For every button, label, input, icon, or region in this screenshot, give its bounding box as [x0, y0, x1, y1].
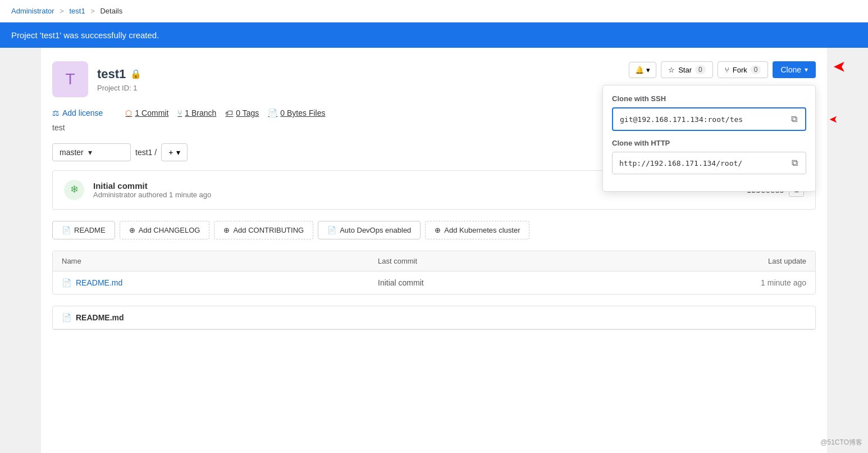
branches-label: 1 Branch [185, 108, 216, 117]
commits-link[interactable]: ⬡ 1 Commit [125, 108, 168, 117]
ssh-title: Clone with SSH [612, 94, 806, 103]
ssh-copy-button[interactable]: ⧉ [790, 113, 798, 125]
add-chevron: ▾ [176, 148, 180, 157]
auto-devops-button[interactable]: 📄 Auto DevOps enabled [318, 221, 421, 239]
breadcrumb-admin[interactable]: Administrator [11, 7, 54, 15]
add-license-link[interactable]: ⚖ Add license [52, 108, 103, 117]
commits-label: 1 Commit [135, 108, 168, 117]
files-label: 0 Bytes Files [280, 108, 325, 117]
file-table-header: Name Last commit Last update [53, 251, 815, 271]
tags-label: 0 Tags [236, 108, 259, 117]
arrow-clone-indicator: ➤ [833, 58, 846, 76]
watermark: @51CTO博客 [820, 438, 862, 447]
http-url-text: http://192.168.171.134/root/ [619, 159, 786, 167]
breadcrumb-sep-2: > [90, 7, 97, 15]
avatar-letter: T [65, 70, 75, 88]
devops-icon: 📄 [327, 226, 336, 234]
clone-wrapper: Clone ▾ ➤ Clone with SSH git@192.168.171… [773, 61, 816, 78]
header-name: Name [62, 257, 378, 265]
breadcrumb-sep-1: > [60, 7, 66, 15]
fork-button[interactable]: ⑂ Fork 0 [718, 61, 769, 78]
commit-author: Administrator authored 1 minute ago [93, 191, 738, 199]
branch-chevron: ▾ [88, 148, 92, 157]
changelog-label: Add CHANGELOG [139, 226, 200, 234]
clone-button[interactable]: Clone ▾ [773, 61, 816, 78]
readme-title: README.md [76, 313, 124, 322]
ssh-url-box: git@192.168.171.134:root/tes ⧉ ➤ [612, 107, 806, 131]
quick-actions: 📄 README ⊕ Add CHANGELOG ⊕ Add CONTRIBUT… [52, 221, 816, 239]
file-time-text: 1 minute ago [694, 278, 806, 287]
branch-icon: ⑂ [177, 108, 182, 117]
svg-text:❄: ❄ [70, 184, 79, 195]
kubernetes-label: Add Kubernetes cluster [444, 226, 520, 234]
tags-link[interactable]: 🏷 0 Tags [225, 108, 259, 117]
path-project: test1 [135, 148, 152, 157]
star-icon: ☆ [668, 66, 675, 74]
path-breadcrumb: test1 / [135, 148, 157, 157]
contributing-label: Add CONTRIBUTING [233, 226, 304, 234]
add-contributing-button[interactable]: ⊕ Add CONTRIBUTING [214, 221, 313, 239]
add-license-label: Add license [62, 108, 103, 117]
fork-icon: ⑂ [725, 66, 729, 74]
fork-count: 0 [751, 65, 761, 74]
notification-chevron: ▾ [646, 66, 650, 74]
breadcrumb: Administrator > test1 > Details [0, 0, 868, 22]
main-content: T test1 🔒 Project ID: 1 🔔 ▾ ☆ Star 0 [41, 48, 827, 453]
files-link[interactable]: 📄 0 Bytes Files [268, 108, 325, 117]
ssh-url-text: git@192.168.171.134:root/tes [620, 115, 785, 124]
clone-label: Clone [780, 65, 801, 74]
path-sep: / [154, 148, 157, 157]
file-icon: 📄 [62, 278, 71, 287]
project-header: T test1 🔒 Project ID: 1 🔔 ▾ ☆ Star 0 [52, 61, 816, 97]
readme-file-icon: 📄 [62, 313, 71, 322]
project-info: test1 🔒 Project ID: 1 [97, 67, 141, 92]
tag-icon: 🏷 [225, 108, 233, 117]
contributing-icon: ⊕ [223, 226, 230, 234]
file-name-link[interactable]: 📄 README.md [62, 278, 378, 287]
project-id: Project ID: 1 [97, 84, 141, 92]
license-icon: ⚖ [52, 108, 60, 117]
commit-avatar: ❄ [64, 180, 84, 200]
readme-header: 📄 README.md [53, 306, 815, 329]
table-row: 📄 README.md Initial commit 1 minute ago [53, 271, 815, 294]
project-avatar: T [52, 61, 88, 97]
add-kubernetes-button[interactable]: ⊕ Add Kubernetes cluster [425, 221, 529, 239]
changelog-icon: ⊕ [129, 226, 135, 234]
project-name-heading: test1 🔒 [97, 67, 141, 81]
add-file-button[interactable]: + ▾ [161, 143, 188, 161]
clone-dropdown: Clone with SSH git@192.168.171.134:root/… [602, 85, 816, 192]
file-table: Name Last commit Last update 📄 README.md… [52, 251, 816, 295]
http-url-box: http://192.168.171.134/root/ ⧉ [612, 152, 806, 174]
success-message: Project 'test1' was successfully created… [11, 30, 159, 40]
readme-section: 📄 README.md [52, 306, 816, 330]
commit-icon: ⬡ [125, 108, 132, 117]
snowflake-avatar: ❄ [64, 180, 84, 200]
devops-label: Auto DevOps enabled [340, 226, 411, 234]
add-changelog-button[interactable]: ⊕ Add CHANGELOG [120, 221, 210, 239]
file-commit-text: Initial commit [378, 278, 694, 287]
star-button[interactable]: ☆ Star 0 [661, 61, 713, 78]
readme-label: README [74, 226, 106, 234]
branch-select[interactable]: master ▾ [52, 143, 131, 161]
star-count: 0 [695, 65, 706, 74]
clone-chevron: ▾ [805, 66, 808, 74]
http-title: Clone with HTTP [612, 139, 806, 147]
project-actions: 🔔 ▾ ☆ Star 0 ⑂ Fork 0 Clone ▾ ➤ [629, 61, 816, 78]
http-copy-button[interactable]: ⧉ [791, 157, 799, 169]
file-icon: 📄 [268, 108, 277, 117]
arrow-ssh-indicator: ➤ [829, 111, 838, 128]
fork-label: Fork [733, 66, 747, 74]
notification-icon: 🔔 [635, 66, 644, 74]
add-icon: + [168, 148, 173, 157]
breadcrumb-project[interactable]: test1 [69, 7, 85, 15]
project-left: T test1 🔒 Project ID: 1 [52, 61, 141, 97]
star-label: Star [678, 66, 692, 74]
branches-link[interactable]: ⑂ 1 Branch [177, 108, 216, 117]
notification-button[interactable]: 🔔 ▾ [629, 62, 656, 78]
breadcrumb-current: Details [100, 7, 122, 15]
readme-icon: 📄 [62, 226, 71, 234]
lock-icon: 🔒 [130, 69, 141, 79]
readme-button[interactable]: 📄 README [52, 221, 115, 239]
header-commit: Last commit [378, 257, 694, 265]
file-name-text: README.md [76, 278, 122, 287]
